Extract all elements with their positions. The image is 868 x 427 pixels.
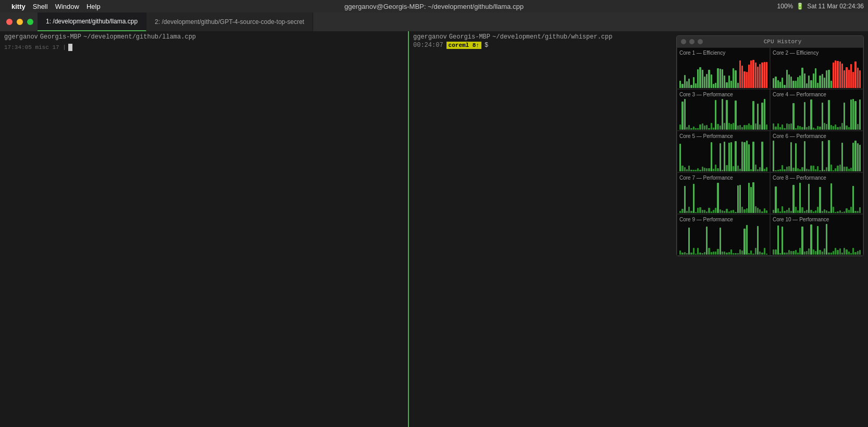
help-menu[interactable]: Help bbox=[86, 3, 101, 10]
minimize-button[interactable] bbox=[17, 19, 23, 25]
cpu-bar bbox=[735, 212, 736, 213]
cpu-bar bbox=[837, 127, 838, 130]
cpu-panel-dot-3 bbox=[698, 39, 703, 44]
cpu-bar bbox=[819, 170, 821, 171]
cpu-bar bbox=[830, 183, 832, 213]
cpu-bar bbox=[688, 228, 690, 255]
cpu-core-8-title: Core 8 — Performance bbox=[773, 175, 861, 181]
cpu-bar bbox=[795, 143, 797, 171]
cpu-bar bbox=[846, 208, 847, 213]
cpu-bar bbox=[737, 253, 739, 255]
cpu-core-5-title: Core 5 — Performance bbox=[679, 133, 767, 139]
cpu-bar bbox=[824, 248, 825, 255]
cpu-core-10-chart bbox=[773, 223, 861, 255]
cpu-bar bbox=[728, 252, 730, 255]
cpu-bar bbox=[826, 224, 827, 255]
cpu-bar bbox=[695, 128, 697, 130]
cpu-bar bbox=[779, 169, 781, 171]
cpu-bar bbox=[790, 142, 792, 171]
cpu-bar bbox=[724, 123, 725, 130]
cpu-bar bbox=[801, 207, 803, 213]
cpu-bar bbox=[733, 68, 734, 88]
cpu-bar bbox=[735, 253, 736, 255]
cpu-bar bbox=[782, 227, 783, 255]
terminal-panes: ggerganov Georgis-MBP ~/development/gith… bbox=[0, 31, 868, 427]
cpu-bar bbox=[801, 227, 803, 255]
cpu-core-3-chart bbox=[679, 98, 767, 130]
cpu-bar bbox=[715, 165, 716, 171]
cpu-bar bbox=[743, 229, 745, 255]
app-name-menu[interactable]: kitty bbox=[11, 3, 26, 10]
left-user: ggerganov bbox=[4, 33, 38, 41]
shell-menu[interactable]: Shell bbox=[33, 3, 48, 10]
pane-left[interactable]: ggerganov Georgis-MBP ~/development/gith… bbox=[0, 31, 409, 427]
cpu-bar bbox=[728, 123, 730, 130]
cpu-bar bbox=[746, 125, 748, 130]
cpu-bar bbox=[824, 209, 825, 213]
cpu-bar bbox=[695, 83, 697, 88]
cpu-bar bbox=[808, 76, 810, 88]
cpu-bar bbox=[806, 83, 808, 88]
window-menu[interactable]: Window bbox=[55, 3, 79, 10]
cpu-bar bbox=[755, 248, 757, 255]
cpu-bar bbox=[766, 254, 767, 255]
cpu-bar bbox=[757, 104, 759, 130]
cpu-bar bbox=[697, 69, 699, 88]
cpu-bar bbox=[788, 250, 790, 255]
cpu-bar bbox=[697, 208, 699, 213]
pane-right[interactable]: ggerganov Georgis-MBP ~/development/gith… bbox=[409, 31, 868, 427]
cpu-bar bbox=[713, 252, 714, 255]
cpu-bar bbox=[711, 252, 712, 255]
cpu-bar bbox=[750, 187, 752, 213]
cpu-bar bbox=[720, 209, 721, 213]
cpu-core-7: Core 7 — Performance bbox=[677, 172, 770, 214]
kitty-window: 1: /development/github/llama.cpp 2: /dev… bbox=[0, 12, 868, 427]
close-button[interactable] bbox=[6, 19, 13, 25]
cpu-bar bbox=[777, 208, 779, 213]
cpu-bar bbox=[822, 252, 823, 255]
cpu-bar bbox=[792, 251, 794, 255]
cpu-bar bbox=[839, 165, 841, 171]
cpu-bar bbox=[857, 124, 859, 130]
cpu-bar bbox=[850, 207, 852, 213]
cpu-bar bbox=[830, 125, 832, 130]
cpu-bar bbox=[837, 166, 838, 171]
cpu-bar bbox=[797, 77, 799, 88]
cpu-bar bbox=[722, 210, 723, 213]
cpu-bar bbox=[779, 253, 781, 255]
cpu-bar bbox=[817, 83, 819, 88]
cpu-bar bbox=[844, 70, 845, 88]
maximize-button[interactable] bbox=[27, 19, 33, 25]
right-dollar: $ bbox=[485, 42, 488, 49]
cpu-bar bbox=[739, 125, 741, 130]
tab-2[interactable]: 2: /development/github/GPT-4-source-code… bbox=[146, 12, 313, 31]
cpu-bar bbox=[815, 129, 816, 130]
cpu-bar bbox=[852, 143, 854, 171]
cpu-bar bbox=[797, 168, 799, 171]
cpu-bar bbox=[697, 168, 699, 171]
cpu-bar bbox=[750, 60, 752, 88]
cpu-bar bbox=[688, 166, 690, 171]
cpu-bar bbox=[686, 81, 688, 88]
cpu-bar bbox=[819, 127, 821, 130]
cpu-bar bbox=[835, 248, 836, 255]
cpu-bar bbox=[764, 248, 765, 255]
cpu-bar bbox=[713, 128, 714, 130]
left-path: ~/development/github/llama.cpp bbox=[83, 33, 196, 41]
cpu-bar bbox=[786, 253, 788, 255]
cpu-bar bbox=[726, 165, 727, 171]
cpu-bar bbox=[686, 169, 688, 171]
cpu-bar bbox=[766, 210, 767, 213]
cpu-bar bbox=[773, 141, 774, 171]
cpu-bar bbox=[857, 68, 859, 88]
tab-1[interactable]: 1: /development/github/llama.cpp bbox=[38, 12, 146, 31]
cpu-bar bbox=[841, 212, 843, 213]
cpu-bar bbox=[797, 253, 799, 255]
cpu-bar bbox=[752, 254, 754, 255]
cpu-bar bbox=[852, 248, 854, 255]
cpu-bar bbox=[713, 210, 714, 213]
cpu-core-1-chart bbox=[679, 57, 767, 88]
cpu-core-3: Core 3 — Performance bbox=[677, 89, 770, 131]
cpu-bar bbox=[743, 71, 745, 88]
cpu-bar bbox=[792, 81, 794, 88]
